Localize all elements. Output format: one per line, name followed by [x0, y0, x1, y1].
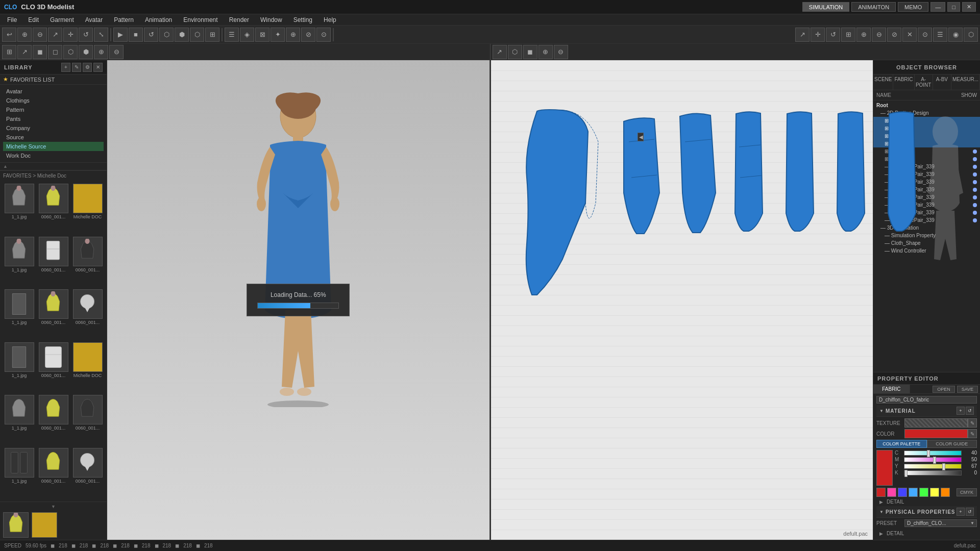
list-item-bottom[interactable]	[0, 510, 107, 540]
menu-pattern[interactable]: Pattern	[109, 15, 139, 24]
list-item[interactable]: 0060_001...	[37, 289, 69, 340]
library-icon-close[interactable]: ✕	[93, 63, 103, 72]
cmyk-c-handle[interactable]	[927, 450, 930, 457]
material-section-header[interactable]: ▼ MATERIAL + ↺	[876, 405, 977, 417]
tb-right-4[interactable]: ⊞	[841, 28, 855, 42]
close-button[interactable]: ✕	[962, 2, 976, 12]
menu-render[interactable]: Render	[224, 15, 254, 24]
menu-environment[interactable]: Environment	[178, 15, 223, 24]
list-item[interactable]: 1_1.jpg	[3, 342, 35, 393]
material-icon-1[interactable]: +	[957, 407, 965, 415]
tb-right-1[interactable]: ↗	[795, 28, 810, 42]
menu-setting[interactable]: Setting	[288, 15, 317, 24]
ob-show-button[interactable]: SHOW	[961, 92, 977, 98]
menu-window[interactable]: Window	[255, 15, 287, 24]
tb-btn-6[interactable]: ⬢	[175, 28, 189, 42]
ob-tab-apoint[interactable]: A-POINT	[915, 74, 933, 90]
tb-btn-11[interactable]: ⊠	[255, 28, 270, 42]
nav-company[interactable]: Company	[3, 123, 104, 133]
preset-value[interactable]: D_chiffon_CLO... ▼	[904, 519, 977, 527]
menu-avatar[interactable]: Avatar	[80, 15, 108, 24]
tb-btn-stop[interactable]: ■	[129, 28, 143, 42]
pe-save-btn[interactable]: SAVE	[957, 386, 978, 393]
tb-btn-rotate[interactable]: ↺	[79, 28, 93, 42]
menu-garment[interactable]: Garment	[45, 15, 79, 24]
minimize-button[interactable]: —	[930, 2, 945, 12]
nav-source[interactable]: Source	[3, 133, 104, 142]
tb-btn-14[interactable]: ⊘	[301, 28, 315, 42]
tb2-btn-7[interactable]: ⊕	[94, 45, 108, 59]
tb2-right-5[interactable]: ⊖	[554, 45, 568, 59]
tb2-btn-8[interactable]: ⊖	[109, 45, 124, 59]
tb2-btn-4[interactable]: ◻	[48, 45, 62, 59]
tb2-right-4[interactable]: ⊕	[538, 45, 553, 59]
swatch-green[interactable]	[919, 488, 928, 497]
list-item[interactable]: 0060_001...	[71, 289, 104, 340]
physical-icon-1[interactable]: +	[957, 508, 965, 516]
pe-open-btn[interactable]: OPEN	[933, 386, 955, 393]
tb-btn-move[interactable]: ✛	[63, 28, 78, 42]
library-icon-add[interactable]: +	[61, 63, 70, 72]
tb-btn-sim[interactable]: ▶	[113, 28, 128, 42]
tb-right-9[interactable]: ⊙	[918, 28, 932, 42]
tb-right-3[interactable]: ↺	[826, 28, 840, 42]
list-item[interactable]: 1_1.jpg	[3, 237, 35, 288]
detail-row-1[interactable]: ▶ DETAIL	[876, 497, 977, 506]
library-icon-edit[interactable]: ✎	[72, 63, 81, 72]
cmyk-y-handle[interactable]	[942, 463, 945, 470]
nav-pants[interactable]: Pants	[3, 114, 104, 123]
cmyk-k-handle[interactable]	[904, 470, 908, 477]
tb-btn-8[interactable]: ⊞	[205, 28, 219, 42]
nav-pattern[interactable]: Pattern	[3, 105, 104, 114]
tb-btn-15[interactable]: ⊙	[316, 28, 331, 42]
tb-btn-reset[interactable]: ↺	[144, 28, 158, 42]
tab-simulation[interactable]: SIMULATION	[802, 2, 849, 12]
swatch-lightblue[interactable]	[909, 488, 918, 497]
nav-clothings[interactable]: Clothings	[3, 96, 104, 105]
menu-help[interactable]: Help	[318, 15, 341, 24]
tb-btn-7[interactable]: ⬡	[190, 28, 204, 42]
list-item[interactable]: 0060_001...	[71, 237, 104, 288]
tb-btn-2[interactable]: ⊕	[17, 28, 32, 42]
fabric-name-input[interactable]	[876, 396, 977, 404]
swatch-orange[interactable]	[941, 488, 950, 497]
maximize-button[interactable]: □	[947, 2, 960, 12]
list-item[interactable]: 0060_001...	[37, 342, 69, 393]
swatch-blue[interactable]	[898, 488, 907, 497]
ob-tab-abv[interactable]: A-BV	[933, 74, 951, 90]
nav-avatar[interactable]: Avatar	[3, 87, 104, 96]
tb2-btn-3[interactable]: ◼	[33, 45, 47, 59]
list-item[interactable]: Michelle DOC	[71, 342, 104, 393]
viewport-2d[interactable]: defult.pac	[491, 60, 873, 540]
ob-tab-scene[interactable]: SCENE	[873, 74, 893, 90]
tb-right-6[interactable]: ⊖	[872, 28, 886, 42]
tb-right-5[interactable]: ⊕	[856, 28, 871, 42]
swatch-yellow[interactable]	[930, 488, 939, 497]
tb2-btn-5[interactable]: ⬡	[63, 45, 78, 59]
nav-michelle-source[interactable]: Michelle Source	[3, 142, 104, 151]
list-item[interactable]: 0060_001...	[37, 395, 69, 446]
list-item[interactable]: 1_1.jpg	[3, 289, 35, 340]
menu-animation[interactable]: Animation	[140, 15, 177, 24]
tab-memo[interactable]: MEMO	[898, 2, 928, 12]
tb-right-7[interactable]: ⊘	[887, 28, 901, 42]
viewport-3d[interactable]: Loading Data... 65%	[107, 60, 490, 540]
cmyk-mode-btn[interactable]: CMYK	[957, 488, 977, 496]
menu-file[interactable]: File	[2, 15, 22, 24]
list-item[interactable]: 0060_001...	[71, 395, 104, 446]
list-item[interactable]: 1_1.jpg	[3, 184, 35, 235]
tb-btn-3[interactable]: ⊖	[33, 28, 47, 42]
tb-right-12[interactable]: ⬡	[964, 28, 978, 42]
list-item[interactable]: Michelle DOC	[71, 184, 104, 235]
tab-animation[interactable]: ANIMAITON	[851, 2, 896, 12]
texture-edit-btn[interactable]: ✎	[968, 418, 977, 428]
tb-btn-5[interactable]: ⬡	[159, 28, 174, 42]
tb-btn-select[interactable]: ↗	[48, 28, 62, 42]
tb2-right-1[interactable]: ↗	[493, 45, 507, 59]
swatch-red[interactable]	[876, 488, 886, 497]
detail-row-2[interactable]: ▶ DETAIL	[876, 529, 977, 538]
tb-btn-13[interactable]: ⊕	[286, 28, 300, 42]
tb-btn-1[interactable]: ↩	[2, 28, 16, 42]
list-item[interactable]: 0060_001...	[37, 184, 69, 235]
list-item[interactable]: 0060_001...	[71, 448, 104, 499]
